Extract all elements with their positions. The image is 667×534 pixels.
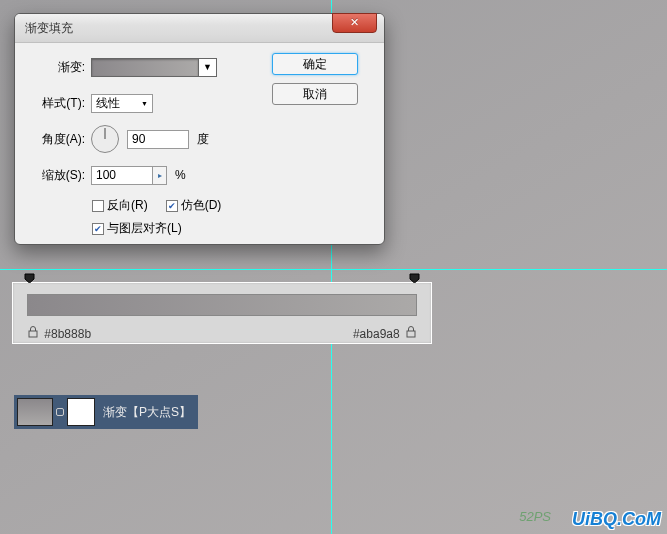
angle-label: 角度(A): [29, 131, 85, 148]
gradient-bar[interactable] [27, 294, 417, 316]
angle-input[interactable] [127, 130, 189, 149]
style-label: 样式(T): [29, 95, 85, 112]
style-value: 线性 [96, 95, 120, 112]
chevron-down-icon: ▼ [203, 62, 212, 72]
cancel-button[interactable]: 取消 [272, 83, 358, 105]
left-hex: #8b888b [44, 327, 91, 341]
svg-marker-1 [410, 274, 419, 283]
watermark-sub: 52PS [519, 509, 551, 524]
dither-checkbox[interactable]: ✔ 仿色(D) [166, 197, 222, 214]
guide-horizontal [0, 269, 667, 270]
layer-mask-thumb[interactable] [67, 398, 95, 426]
right-hex: #aba9a8 [353, 327, 400, 341]
svg-rect-2 [29, 331, 37, 337]
close-button[interactable]: ✕ [332, 13, 377, 33]
scale-unit: % [175, 168, 186, 182]
dialog-titlebar[interactable]: 渐变填充 ✕ [15, 14, 384, 43]
close-icon: ✕ [350, 16, 359, 28]
svg-marker-0 [25, 274, 34, 283]
reverse-label: 反向(R) [107, 197, 148, 214]
angle-dial[interactable] [91, 125, 119, 153]
gradient-fill-dialog: 渐变填充 ✕ 渐变: ▼ 样式(T): 线性 ▼ 角度(A): [14, 13, 385, 245]
gradient-editor: #8b888b #aba9a8 [12, 282, 432, 344]
scale-input[interactable] [91, 166, 153, 185]
layer-item[interactable]: 渐变【P大点S】 [14, 395, 198, 429]
reverse-checkbox[interactable]: 反向(R) [92, 197, 148, 214]
opacity-stop-left[interactable] [24, 273, 35, 283]
layer-link-icon[interactable] [56, 408, 64, 416]
ok-button[interactable]: 确定 [272, 53, 358, 75]
scale-stepper[interactable]: ▸ [153, 166, 167, 185]
watermark: UiBQ.CoM [572, 509, 661, 530]
style-select[interactable]: 线性 ▼ [91, 94, 153, 113]
checkbox-icon: ✔ [92, 223, 104, 235]
gradient-label: 渐变: [29, 59, 85, 76]
chevron-right-icon: ▸ [158, 171, 162, 180]
dialog-title: 渐变填充 [25, 21, 73, 35]
chevron-down-icon: ▼ [141, 100, 148, 107]
checkbox-icon: ✔ [166, 200, 178, 212]
angle-unit: 度 [197, 131, 209, 148]
gradient-dropdown-button[interactable]: ▼ [199, 58, 217, 77]
opacity-stop-right[interactable] [409, 273, 420, 283]
layer-gradient-thumb[interactable] [17, 398, 53, 426]
lock-icon [28, 326, 38, 338]
align-checkbox[interactable]: ✔ 与图层对齐(L) [92, 220, 182, 237]
lock-icon [406, 326, 416, 338]
dither-label: 仿色(D) [181, 197, 222, 214]
align-label: 与图层对齐(L) [107, 220, 182, 237]
scale-label: 缩放(S): [29, 167, 85, 184]
svg-rect-3 [407, 331, 415, 337]
gradient-preview[interactable] [91, 58, 199, 77]
layer-name: 渐变【P大点S】 [103, 404, 191, 421]
checkbox-icon [92, 200, 104, 212]
